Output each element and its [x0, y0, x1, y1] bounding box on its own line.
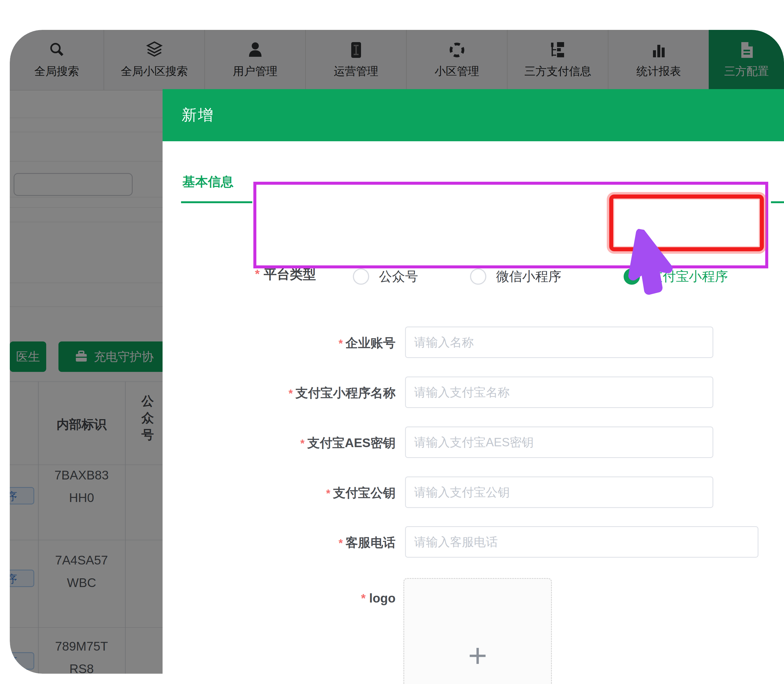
dialog-title: 新增: [182, 105, 214, 126]
tab-underline-fragment: [771, 201, 784, 203]
alipay-public-key-input[interactable]: [405, 476, 713, 508]
add-new-dialog: 新增 基本信息 * 平台类型 公众号 微信小程序 支付宝小: [163, 89, 784, 684]
field-label: *支付宝公钥: [243, 485, 396, 502]
field-label: *客服电话: [243, 534, 396, 551]
required-mark: *: [255, 267, 260, 281]
alipay-mini-program-name-input[interactable]: [405, 376, 713, 408]
field-label: *支付宝小程序名称: [243, 385, 396, 402]
customer-service-phone-input[interactable]: [405, 526, 758, 558]
logo-upload-dropzone[interactable]: +: [403, 578, 552, 684]
alipay-aes-key-input[interactable]: [405, 426, 713, 458]
dialog-header: 新增: [163, 89, 784, 141]
tab-basic-info[interactable]: 基本信息: [183, 173, 233, 190]
radio-circle-icon[interactable]: [353, 268, 369, 285]
radio-circle-icon[interactable]: [470, 268, 487, 285]
active-tab-underline: [181, 201, 252, 203]
mouse-cursor-icon: [615, 227, 685, 304]
logo-field-label: * logo: [243, 591, 396, 605]
screenshot-stage: 全局搜索 全局小区搜索 用户管理 运营管理: [0, 0, 784, 684]
field-label: *企业账号: [243, 335, 396, 352]
field-label: *支付宝AES密钥: [243, 435, 396, 452]
plus-icon: +: [468, 642, 487, 668]
enterprise-account-input[interactable]: [405, 326, 713, 358]
